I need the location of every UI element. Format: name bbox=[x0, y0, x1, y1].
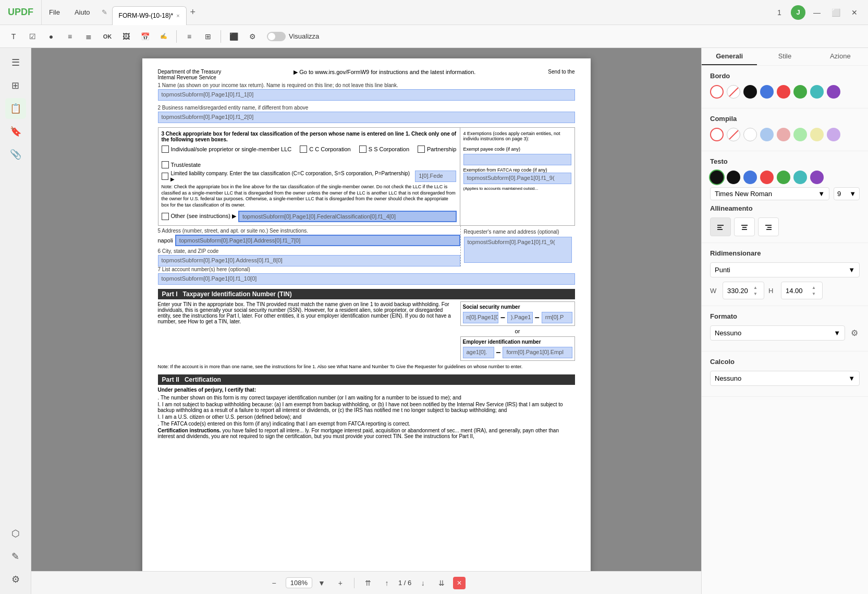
tab-close-btn[interactable]: × bbox=[176, 13, 179, 19]
w-up-btn[interactable]: ▲ bbox=[751, 284, 760, 290]
line2-field[interactable]: topmostSubform[0].Page1[0].f1_2[0] bbox=[158, 112, 575, 123]
radio-tool-btn[interactable]: ● bbox=[43, 28, 59, 45]
formato-dropdown[interactable]: Nessuno ▼ bbox=[710, 325, 845, 341]
bottom-close-btn[interactable]: ✕ bbox=[453, 577, 466, 589]
settings-tool-btn[interactable]: ⚙ bbox=[244, 28, 261, 45]
w-input[interactable]: 330.20 ▲ ▼ bbox=[723, 282, 764, 299]
bordo-color-cyan[interactable] bbox=[810, 85, 824, 99]
zoom-plus-btn[interactable]: + bbox=[333, 576, 348, 590]
compila-color-lightyellow[interactable] bbox=[810, 128, 824, 141]
compila-color-lightgreen[interactable] bbox=[793, 128, 807, 141]
ein-field-1[interactable]: age1[0]. bbox=[463, 347, 494, 358]
menu-aiuto[interactable]: Aiuto bbox=[67, 0, 97, 25]
date-tool-btn[interactable]: 📅 bbox=[137, 28, 153, 45]
w-down-btn[interactable]: ▼ bbox=[751, 290, 760, 297]
sidebar-bookmarks[interactable]: 🔖 bbox=[5, 121, 26, 142]
font-name-select[interactable]: Times New Roman ▼ bbox=[710, 187, 829, 200]
font-size-select[interactable]: 9 ▼ bbox=[834, 187, 860, 200]
maximize-btn[interactable]: ⬜ bbox=[828, 5, 843, 20]
line5-field[interactable]: topmostSubform[0].Page1[0].Address[0].f1… bbox=[175, 235, 460, 246]
list-tool-btn[interactable]: ≡ bbox=[62, 28, 78, 45]
bordo-color-slash[interactable] bbox=[727, 85, 740, 99]
tab-azione[interactable]: Azione bbox=[813, 48, 868, 65]
bordo-color-green[interactable] bbox=[793, 85, 807, 99]
align-right-btn[interactable] bbox=[758, 217, 779, 236]
line6-field[interactable]: topmostSubform[0].Page1[0].Address[0].f1… bbox=[158, 255, 460, 266]
list2-tool-btn[interactable]: ≣ bbox=[80, 28, 97, 45]
bordo-color-red-outline[interactable] bbox=[710, 85, 724, 99]
testo-color-blue[interactable] bbox=[743, 171, 757, 184]
ssn-field-3[interactable]: rm[0].P bbox=[542, 312, 572, 323]
sidebar-settings[interactable]: ⚙ bbox=[5, 569, 26, 590]
h-up-btn[interactable]: ▲ bbox=[810, 284, 818, 290]
bordo-color-blue[interactable] bbox=[760, 85, 774, 99]
testo-color-black-selected[interactable] bbox=[710, 171, 724, 184]
sidebar-fields[interactable]: ⊞ bbox=[5, 75, 26, 96]
checkbox-ccorp-box[interactable] bbox=[300, 146, 307, 153]
other-checkbox[interactable] bbox=[162, 213, 169, 220]
ssn-field-2[interactable]: ).Page1 bbox=[507, 312, 533, 323]
image-tool-btn[interactable]: 🖼 bbox=[118, 28, 135, 45]
unit-dropdown[interactable]: Punti ▼ bbox=[710, 262, 860, 277]
minimize-btn[interactable]: — bbox=[810, 5, 824, 20]
close-window-btn[interactable]: ✕ bbox=[847, 5, 862, 20]
llc-checkbox[interactable] bbox=[162, 173, 169, 180]
other-field[interactable]: topmostSubform[0].Page1[0].FederalClassi… bbox=[238, 211, 457, 222]
bordo-color-red[interactable] bbox=[777, 85, 790, 99]
zoom-dropdown-btn[interactable]: ▼ bbox=[314, 576, 329, 590]
align-tool-btn[interactable]: ⬛ bbox=[225, 28, 242, 45]
testo-color-cyan[interactable] bbox=[793, 171, 807, 184]
checkbox-trust-box[interactable] bbox=[162, 161, 169, 168]
compila-color-lightblue[interactable] bbox=[760, 128, 774, 141]
grid-tool-btn[interactable]: ⊞ bbox=[200, 28, 216, 45]
text-tool-btn[interactable]: T bbox=[5, 28, 22, 45]
tab-stile[interactable]: Stile bbox=[757, 48, 812, 65]
testo-color-purple[interactable] bbox=[810, 171, 824, 184]
barcode-tool-btn[interactable]: ≡ bbox=[181, 28, 198, 45]
compila-color-lightred[interactable] bbox=[777, 128, 790, 141]
checkbox-partnership-box[interactable] bbox=[418, 146, 425, 153]
calcolo-dropdown[interactable]: Nessuno ▼ bbox=[710, 371, 860, 386]
user-avatar[interactable]: J bbox=[791, 5, 805, 20]
sign-tool-btn[interactable]: ✍ bbox=[155, 28, 172, 45]
tab-form-w9[interactable]: FORM-W9-(10-18)* × bbox=[112, 6, 187, 25]
h-down-btn[interactable]: ▼ bbox=[810, 290, 818, 297]
ein-field-2[interactable]: form[0].Page1[0].Empl bbox=[503, 347, 572, 358]
nav-next-btn[interactable]: ↓ bbox=[415, 576, 430, 590]
line1-field[interactable]: topmostSubform[0].Page1[0].f1_1[0] bbox=[158, 89, 575, 101]
checkbox-scorp-box[interactable] bbox=[359, 146, 366, 153]
tab-generali[interactable]: Generali bbox=[702, 48, 757, 65]
ok-tool-btn[interactable]: OK bbox=[99, 28, 116, 45]
sidebar-thumbnails[interactable]: ☰ bbox=[5, 52, 26, 73]
nav-first-btn[interactable]: ⇈ bbox=[361, 576, 375, 590]
testo-color-green[interactable] bbox=[777, 171, 790, 184]
sidebar-attachments[interactable]: 📎 bbox=[5, 144, 26, 165]
compila-color-lightpurple[interactable] bbox=[827, 128, 840, 141]
visualizza-switch[interactable] bbox=[267, 32, 286, 41]
nav-last-btn[interactable]: ⇊ bbox=[434, 576, 449, 590]
bordo-color-black[interactable] bbox=[743, 85, 757, 99]
checkbox-tool-btn[interactable]: ☑ bbox=[24, 28, 41, 45]
menu-file[interactable]: File bbox=[42, 0, 67, 25]
zoom-minus-btn[interactable]: − bbox=[267, 576, 282, 590]
ssn-field-1[interactable]: n[0].Page1[0] bbox=[463, 312, 498, 323]
llc-field[interactable]: 1[0].Fede bbox=[415, 171, 456, 182]
tab-add-btn[interactable]: + bbox=[187, 6, 199, 19]
line7-field[interactable]: topmostSubform[0].Page1[0].f1_10[0] bbox=[158, 273, 575, 285]
requester-field[interactable]: topmostSubform[0].Page1[0].f1_9( bbox=[464, 237, 572, 263]
formato-settings-icon[interactable]: ⚙ bbox=[849, 328, 860, 338]
compila-color-slash[interactable] bbox=[727, 128, 740, 141]
align-left-btn[interactable] bbox=[710, 217, 731, 236]
bordo-color-purple[interactable] bbox=[827, 85, 840, 99]
compila-color-white[interactable] bbox=[743, 128, 757, 141]
align-center-btn[interactable] bbox=[734, 217, 755, 236]
testo-color-black[interactable] bbox=[727, 171, 740, 184]
nav-prev-btn[interactable]: ↑ bbox=[380, 576, 394, 590]
sidebar-layers[interactable]: ⬡ bbox=[5, 523, 26, 544]
fatca-field[interactable]: topmostSubform[0].Page1[0].f1_9( bbox=[463, 173, 571, 184]
sidebar-signatures[interactable]: ✎ bbox=[5, 546, 26, 567]
h-input[interactable]: 14.00 ▲ ▼ bbox=[781, 282, 823, 299]
compila-color-red-outline[interactable] bbox=[710, 128, 724, 141]
exempt-field[interactable] bbox=[463, 154, 571, 165]
sidebar-comments[interactable]: 📋 bbox=[5, 98, 26, 119]
